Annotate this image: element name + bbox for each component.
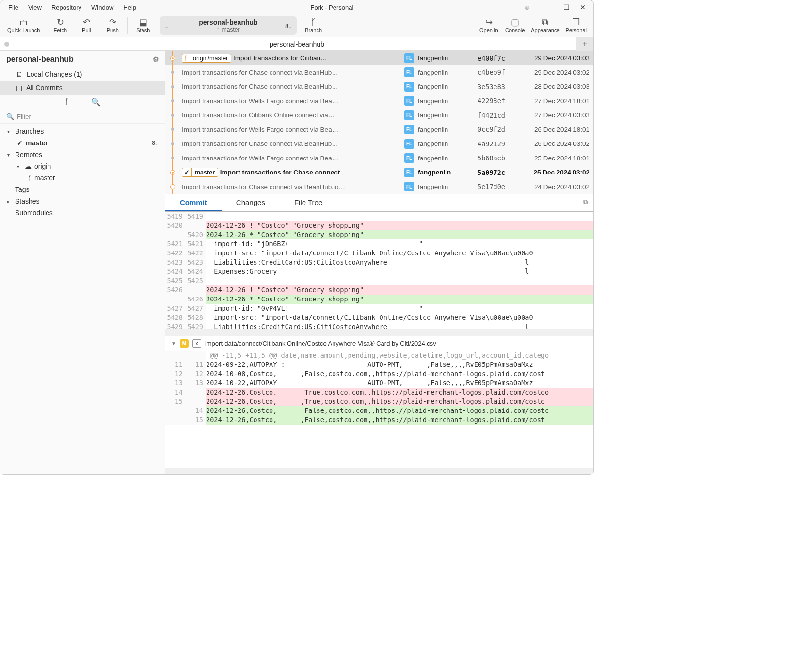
diff-line: 152024-12-26,Costco, ,False,costco.com,,… — [165, 415, 593, 425]
commit-date: 29 Dec 2024 03:02 — [519, 69, 589, 76]
commit-date: 29 Dec 2024 03:03 — [519, 54, 589, 62]
commit-hash: 4a92129 — [478, 140, 515, 148]
diff-line: 142024-12-26,Costco, False,costco.com,,h… — [165, 406, 593, 415]
new-tab-button[interactable]: ＋ — [576, 37, 593, 51]
detail-tab-commit[interactable]: Commit — [165, 194, 222, 211]
commit-hash: 0cc9f2d — [478, 126, 515, 133]
commit-row[interactable]: Import transactions for Wells Fargo conn… — [165, 151, 593, 166]
stash-button[interactable]: ⬓Stash — [130, 17, 156, 34]
commit-message: Import transactions for Chase connect vi… — [182, 140, 400, 147]
pull-button[interactable]: ↶Pull — [73, 17, 99, 34]
avatar: FL — [404, 96, 414, 106]
commit-list[interactable]: ᚶorigin/master Import transactions for C… — [165, 51, 593, 194]
horizontal-scrollbar-2[interactable] — [165, 468, 593, 474]
commit-row[interactable]: Import transactions for Chase connect vi… — [165, 137, 593, 151]
commit-row[interactable]: Import transactions for Chase connect vi… — [165, 65, 593, 80]
emoji-icon[interactable]: ☺ — [524, 4, 530, 11]
minimize-button[interactable]: — — [543, 3, 557, 11]
sidebar-local-changes[interactable]: 🗎 Local Changes (1) — [0, 67, 165, 81]
repo-behind-count: 8↓ — [285, 22, 292, 29]
commit-date: 24 Dec 2024 03:02 — [519, 183, 589, 190]
commit-row[interactable]: Import transactions for Citibank Online … — [165, 108, 593, 123]
commit-author: fangpenlin — [418, 183, 474, 190]
avatar: FL — [404, 182, 414, 191]
tree-tags[interactable]: ▾Tags — [0, 184, 165, 195]
menu-repository[interactable]: Repository — [48, 2, 85, 13]
branch-button[interactable]: ᚶBranch — [301, 17, 327, 34]
personal-button[interactable]: ❐Personal — [563, 17, 589, 34]
sidebar-all-commits[interactable]: ▤ All Commits — [0, 81, 165, 95]
commit-date: 28 Dec 2024 03:03 — [519, 83, 589, 90]
check-icon: ✓ — [17, 139, 23, 147]
commit-date: 26 Dec 2024 18:01 — [519, 126, 589, 133]
tab-name[interactable]: personal-beanhub — [270, 40, 324, 48]
spreadsheet-icon: x — [192, 339, 201, 348]
console-button[interactable]: ▢Console — [502, 17, 528, 34]
detail-tab-changes[interactable]: Changes — [222, 194, 280, 211]
avatar: FL — [404, 139, 414, 149]
fetch-button[interactable]: ↻Fetch — [47, 17, 73, 34]
commit-date: 25 Dec 2024 03:02 — [519, 169, 589, 176]
diff-line: 54202024-12-26 ! "Costco" "Grocery shopp… — [165, 221, 593, 230]
commit-author: fangpenlin — [418, 97, 474, 105]
commit-row[interactable]: Import transactions for Wells Fargo conn… — [165, 94, 593, 109]
diff-line: 54225422 import-src: "import-data/connec… — [165, 249, 593, 258]
push-button[interactable]: ↷Push — [99, 17, 126, 34]
tree-remote-origin[interactable]: ▾☁origin — [0, 160, 165, 172]
tree-remote-master[interactable]: ᚶmaster — [0, 172, 165, 184]
folder-icon: 🗀 — [19, 18, 28, 27]
maximize-button[interactable]: ☐ — [559, 3, 573, 11]
commit-author: fangpenlin — [418, 69, 474, 76]
commit-hash: 3e53e83 — [478, 83, 515, 91]
commit-message: Import transactions for Chase connect vi… — [182, 83, 400, 90]
appearance-button[interactable]: ⧉Appearance — [528, 17, 562, 34]
gear-icon[interactable]: ⚙ — [153, 55, 159, 63]
menu-file[interactable]: File — [4, 2, 22, 13]
horizontal-scrollbar[interactable] — [165, 329, 593, 336]
quick-launch-button[interactable]: 🗀Quick Launch — [4, 17, 43, 34]
menu-help[interactable]: Help — [119, 2, 140, 13]
fetch-icon: ↻ — [57, 18, 64, 27]
commit-message: Import transactions for Wells Fargo conn… — [182, 155, 400, 162]
commit-row[interactable]: Import transactions for Chase connect vi… — [165, 79, 593, 94]
branch-view-icon[interactable]: ᚶ — [65, 97, 70, 107]
window-title: Fork - Personal — [140, 4, 524, 11]
detail-tab-file-tree[interactable]: File Tree — [280, 194, 337, 211]
commit-hash: 5b68aeb — [478, 154, 515, 162]
file-header[interactable]: ▼ M x import-data/connect/Citibank Onlin… — [165, 336, 593, 351]
diff-line: 54195419 — [165, 212, 593, 221]
commit-row[interactable]: Import transactions for Chase connect vi… — [165, 180, 593, 194]
commit-date: 27 Dec 2024 18:01 — [519, 97, 589, 105]
open-in-button[interactable]: ↪Open in — [476, 17, 502, 34]
cloud-icon: ☁ — [25, 162, 32, 170]
tree-remotes[interactable]: ▾Remotes — [0, 149, 165, 160]
avatar: FL — [404, 125, 414, 134]
commit-author: fangpenlin — [418, 155, 474, 162]
commit-row[interactable]: ᚶorigin/master Import transactions for C… — [165, 51, 593, 65]
tree-branches[interactable]: ▾Branches — [0, 126, 165, 137]
tree-submodules[interactable]: ▾Submodules — [0, 207, 165, 219]
search-icon[interactable]: 🔍 — [91, 97, 101, 107]
filter-input[interactable]: Filter — [17, 113, 31, 120]
commit-message: ᚶorigin/master Import transactions for C… — [182, 54, 400, 63]
commit-message: Import transactions for Wells Fargo conn… — [182, 126, 400, 133]
diff-line: 11112024-09-22,AUTOPAY : AUTO-PMT, ,Fals… — [165, 360, 593, 369]
popout-icon[interactable]: ⧉ — [577, 194, 593, 211]
commit-row[interactable]: ✓master Import transactions for Chase co… — [165, 165, 593, 180]
tree-branch-master[interactable]: ✓master8↓ — [0, 137, 165, 149]
chevron-down-icon: ▼ — [171, 341, 176, 346]
repo-selector[interactable]: ≡ personal-beanhub ᚶ master 8↓ — [160, 16, 296, 35]
commit-message: Import transactions for Chase connect vi… — [182, 183, 400, 190]
close-button[interactable]: ✕ — [576, 3, 589, 11]
diff-line: 54215421 import-id: "jDm6BZ( " — [165, 239, 593, 249]
commit-row[interactable]: Import transactions for Wells Fargo conn… — [165, 123, 593, 137]
menu-window[interactable]: Window — [87, 2, 117, 13]
menu-view[interactable]: View — [24, 2, 46, 13]
repo-name: personal-beanhub — [199, 18, 257, 26]
sidebar-repo-name: personal-beanhub — [6, 55, 74, 63]
tree-stashes[interactable]: ▸Stashes — [0, 195, 165, 207]
modified-badge: M — [180, 339, 189, 348]
doc-icon: 🗎 — [16, 70, 23, 78]
diff-view-2[interactable]: @@ -11,5 +11,5 @@ date,name,amount,pendi… — [165, 351, 593, 468]
diff-view[interactable]: 5419541954202024-12-26 ! "Costco" "Groce… — [165, 212, 593, 329]
